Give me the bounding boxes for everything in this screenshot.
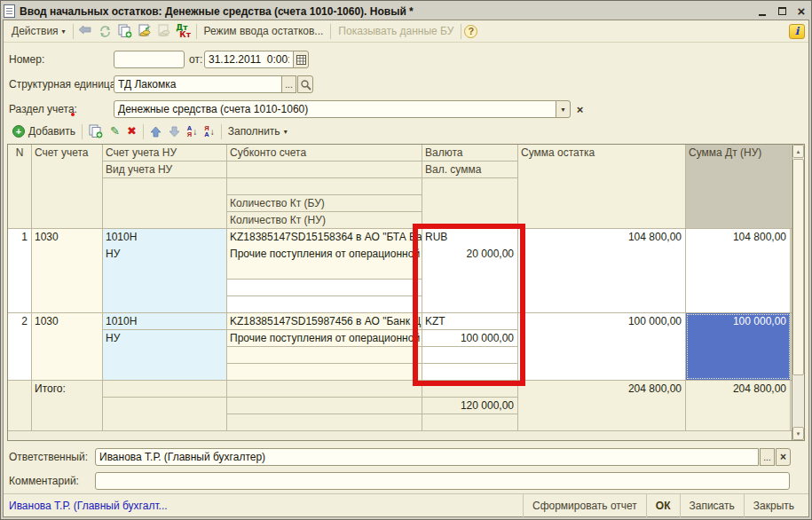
status-bar: Иванова Т.Р. (Главный бухгалт... Сформир…: [4, 493, 808, 517]
toolbar-separator: [73, 24, 74, 39]
header-currency-amount: Вал. сумма: [422, 162, 517, 178]
ok-button[interactable]: ОК: [646, 494, 680, 517]
dt-kt-postings-icon[interactable]: ДтКт: [176, 23, 192, 39]
title-bar: Ввод начальных остатков: Денежные средст…: [4, 3, 808, 20]
close-icon: ×: [798, 5, 806, 17]
toolbar-separator: [221, 124, 222, 139]
minimize-button[interactable]: [755, 4, 769, 18]
edit-row-button[interactable]: ✎: [106, 124, 123, 138]
grid-toolbar: + Добавить ✎ ✖ А Я ↓ Я: [9, 122, 291, 141]
number-input[interactable]: [114, 51, 185, 68]
balances-table: N Счет учета Счет учета НУ Вид учета НУ …: [7, 144, 805, 441]
highlight-rectangle: [413, 224, 525, 386]
totals-balance: 204 800,00: [518, 381, 686, 430]
actions-menu-button[interactable]: Действия ▾: [7, 23, 70, 39]
responsible-user-link[interactable]: Иванова Т.Р. (Главный бухгалт...: [9, 500, 168, 512]
add-row-button[interactable]: + Добавить: [9, 124, 79, 138]
refresh-icon[interactable]: [98, 23, 114, 39]
sort-arrow-icon: ↓: [210, 127, 215, 137]
sort-arrow-icon: ↓: [193, 127, 197, 137]
number-label: Номер:: [9, 51, 44, 68]
move-up-button[interactable]: [146, 125, 165, 138]
header-subconto: Субконто счета: [227, 145, 422, 162]
header-qty-bu: Количество Кт (БУ): [227, 195, 422, 212]
responsible-input[interactable]: [95, 448, 759, 466]
comment-label: Комментарий:: [9, 472, 79, 490]
cell-row-number[interactable]: 2: [8, 313, 32, 380]
cell-subconto[interactable]: KZ18385147SD15158364 в АО "БТА Ба... Про…: [227, 229, 422, 312]
structural-unit-input[interactable]: [114, 75, 282, 93]
pencil-icon: ✎: [110, 125, 120, 138]
scroll-down-button[interactable]: ▼: [792, 427, 804, 440]
comment-input[interactable]: [95, 472, 790, 490]
cell-amount-dt[interactable]: 104 800,00: [686, 229, 791, 312]
cell-account-nu[interactable]: 1010Н НУ: [103, 229, 227, 312]
totals-currency-amount: 120 000,00: [422, 381, 518, 430]
section-clear-button[interactable]: ×: [573, 100, 587, 118]
arrow-up-icon: [150, 126, 162, 138]
window-document-icon: [4, 4, 15, 18]
fill-menu-button[interactable]: Заполнить ▾: [225, 124, 291, 138]
cell-balance[interactable]: 100 000,00: [518, 313, 686, 380]
unit-open-button[interactable]: [297, 75, 313, 93]
date-from-label: от:: [189, 51, 202, 68]
enter-on-basis-icon[interactable]: [137, 23, 153, 39]
sort-ascending-button[interactable]: А Я ↓: [184, 124, 201, 138]
move-down-button[interactable]: [165, 125, 184, 138]
account-section-combo[interactable]: [114, 100, 556, 118]
header-currency: Валюта: [422, 145, 517, 162]
arrow-down-icon: [169, 126, 180, 138]
header-amount-dt: Сумма Дт (НУ): [686, 145, 790, 162]
scroll-up-button[interactable]: ▲: [792, 145, 804, 158]
cell-row-number[interactable]: 1: [8, 229, 32, 312]
responsible-clear-button[interactable]: ×: [776, 448, 791, 466]
copy-row-button[interactable]: [85, 123, 106, 139]
close-form-button[interactable]: Закрыть: [744, 494, 803, 517]
cell-account[interactable]: 1030: [32, 313, 103, 380]
chevron-down-icon: ▾: [284, 128, 288, 136]
table-row: 1 1030 1010Н НУ KZ18385147SD15158364 в А…: [8, 229, 804, 313]
cell-account[interactable]: 1030: [32, 229, 103, 312]
toolbar-separator: [82, 124, 83, 139]
header-account: Счет учета: [32, 145, 102, 162]
maximize-button[interactable]: [775, 4, 789, 18]
calendar-icon: [296, 55, 306, 65]
show-bu-data-button: Показывать данные БУ: [334, 23, 458, 39]
calendar-button[interactable]: [293, 51, 309, 68]
toolbar-separator: [143, 124, 144, 139]
unit-choose-button[interactable]: ...: [281, 75, 296, 93]
cell-subconto[interactable]: KZ18385147SD15987456 в АО "Банк Ц... Про…: [227, 313, 422, 380]
delete-icon: ✖: [127, 125, 137, 138]
responsible-label: Ответственный:: [9, 448, 88, 466]
window-title: Ввод начальных остатков: Денежные средст…: [20, 5, 748, 18]
copy-row-icon: [89, 124, 103, 138]
write-button[interactable]: Записать: [680, 494, 744, 517]
generate-report-button[interactable]: Сформировать отчет: [523, 494, 646, 517]
cell-amount-dt-selected[interactable]: 100 000,00: [686, 313, 791, 380]
balance-entry-mode-button[interactable]: Режим ввода остатков...: [200, 23, 328, 39]
header-account-nu: Счет учета НУ: [103, 145, 226, 162]
table-header-row: N Счет учета Счет учета НУ Вид учета НУ …: [8, 145, 804, 229]
main-toolbar: Действия ▾ ДтКт Режим ввода остатков... …: [4, 20, 808, 43]
help-icon[interactable]: ?: [464, 25, 477, 38]
section-dropdown-button[interactable]: ▼: [556, 100, 571, 118]
cell-account-nu[interactable]: 1010Н НУ: [103, 313, 227, 380]
sort-descending-button[interactable]: Я А ↓: [201, 124, 217, 138]
delete-row-button[interactable]: ✖: [123, 124, 140, 138]
responsible-choose-button[interactable]: ...: [760, 448, 775, 466]
header-n: N: [8, 145, 31, 162]
cell-balance[interactable]: 104 800,00: [518, 229, 686, 312]
copy-document-icon[interactable]: [117, 23, 133, 39]
vertical-scrollbar[interactable]: ▲ ▼: [792, 145, 804, 440]
reread-icon[interactable]: [78, 23, 94, 39]
scrollbar-thumb[interactable]: [792, 159, 804, 375]
app-window: Ввод начальных остатков: Денежные средст…: [0, 0, 812, 520]
close-button[interactable]: ×: [794, 4, 808, 18]
chevron-down-icon: ▾: [62, 28, 66, 35]
maximize-icon: [778, 7, 786, 15]
info-icon[interactable]: i: [789, 24, 805, 39]
totals-amount-dt: 204 800,00: [686, 381, 791, 430]
table-row-selected: 2 1030 1010Н НУ KZ18385147SD15987456 в А…: [8, 313, 804, 381]
required-field-marker: [71, 113, 75, 116]
date-input[interactable]: [204, 51, 294, 68]
